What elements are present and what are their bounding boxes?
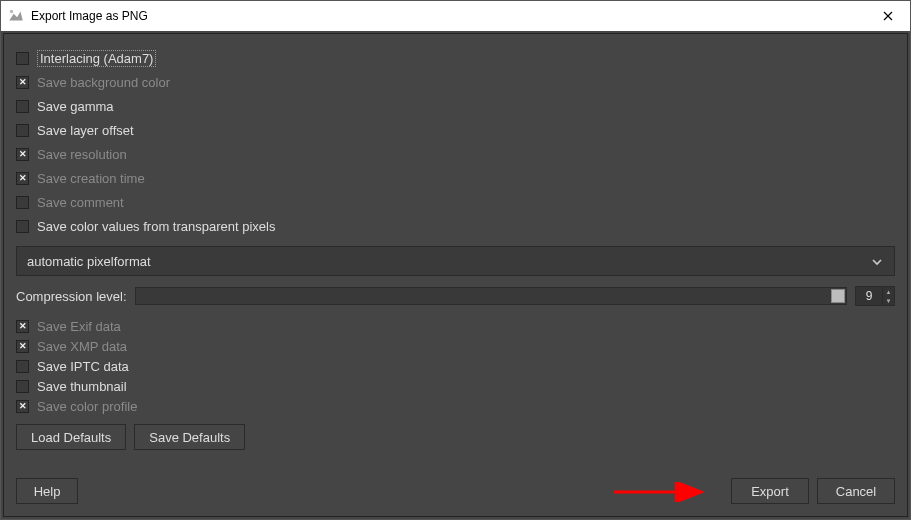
opt-save-layer-offset[interactable]: Save layer offset <box>16 118 895 142</box>
opt-save-gamma[interactable]: Save gamma <box>16 94 895 118</box>
checkbox[interactable] <box>16 124 29 137</box>
titlebar: Export Image as PNG <box>1 1 910 31</box>
dialog-body: Interlacing (Adam7) Save background colo… <box>3 33 908 517</box>
opt-save-resolution[interactable]: Save resolution <box>16 142 895 166</box>
checkbox-label: Save layer offset <box>37 123 134 138</box>
checkbox-label: Save color profile <box>37 399 137 414</box>
pixelformat-select[interactable]: automatic pixelformat <box>16 246 895 276</box>
opt-xmp[interactable]: Save XMP data <box>16 336 895 356</box>
checkbox[interactable] <box>16 148 29 161</box>
opt-interlacing[interactable]: Interlacing (Adam7) <box>16 46 895 70</box>
help-button[interactable]: Help <box>16 478 78 504</box>
checkbox-label: Save creation time <box>37 171 145 186</box>
checkbox-label: Save gamma <box>37 99 114 114</box>
spinner-up-icon[interactable]: ▲ <box>883 287 894 296</box>
checkbox[interactable] <box>16 340 29 353</box>
checkbox-label: Save Exif data <box>37 319 121 334</box>
checkbox-label: Save thumbnail <box>37 379 127 394</box>
checkbox-label: Save XMP data <box>37 339 127 354</box>
checkbox-label: Interlacing (Adam7) <box>37 50 156 67</box>
checkbox[interactable] <box>16 380 29 393</box>
metadata-group: Save Exif data Save XMP data Save IPTC d… <box>16 316 895 416</box>
export-png-dialog: Export Image as PNG Interlacing (Adam7) … <box>0 0 911 520</box>
checkbox[interactable] <box>16 220 29 233</box>
load-defaults-button[interactable]: Load Defaults <box>16 424 126 450</box>
pixelformat-value: automatic pixelformat <box>27 254 151 269</box>
checkbox-label: Save resolution <box>37 147 127 162</box>
checkbox[interactable] <box>16 320 29 333</box>
checkbox-label: Save color values from transparent pixel… <box>37 219 275 234</box>
compression-spinner[interactable]: 9 ▲ ▼ <box>855 286 895 306</box>
opt-save-creation-time[interactable]: Save creation time <box>16 166 895 190</box>
checkbox[interactable] <box>16 100 29 113</box>
svg-point-0 <box>10 10 13 13</box>
checkbox-label: Save IPTC data <box>37 359 129 374</box>
checkbox[interactable] <box>16 196 29 209</box>
compression-label: Compression level: <box>16 289 127 304</box>
opt-save-bg[interactable]: Save background color <box>16 70 895 94</box>
app-icon <box>7 7 25 25</box>
checkbox[interactable] <box>16 400 29 413</box>
chevron-down-icon <box>870 255 884 272</box>
checkbox[interactable] <box>16 172 29 185</box>
spinner-arrows[interactable]: ▲ ▼ <box>882 287 894 305</box>
spinner-down-icon[interactable]: ▼ <box>883 296 894 305</box>
checkbox[interactable] <box>16 52 29 65</box>
checkbox-label: Save background color <box>37 75 170 90</box>
close-button[interactable] <box>865 1 910 31</box>
opt-color-profile[interactable]: Save color profile <box>16 396 895 416</box>
checkbox-label: Save comment <box>37 195 124 210</box>
checkbox[interactable] <box>16 76 29 89</box>
opt-save-transparent-color[interactable]: Save color values from transparent pixel… <box>16 214 895 238</box>
save-defaults-button[interactable]: Save Defaults <box>134 424 245 450</box>
cancel-button[interactable]: Cancel <box>817 478 895 504</box>
opt-thumbnail[interactable]: Save thumbnail <box>16 376 895 396</box>
opt-exif[interactable]: Save Exif data <box>16 316 895 336</box>
window-title: Export Image as PNG <box>31 9 865 23</box>
compression-value: 9 <box>856 289 882 303</box>
opt-iptc[interactable]: Save IPTC data <box>16 356 895 376</box>
checkbox[interactable] <box>16 360 29 373</box>
compression-row: Compression level: 9 ▲ ▼ <box>16 286 895 306</box>
slider-thumb[interactable] <box>831 289 845 303</box>
dialog-footer: Help Export Cancel <box>16 478 895 504</box>
export-button[interactable]: Export <box>731 478 809 504</box>
opt-save-comment[interactable]: Save comment <box>16 190 895 214</box>
compression-slider[interactable] <box>135 287 847 305</box>
